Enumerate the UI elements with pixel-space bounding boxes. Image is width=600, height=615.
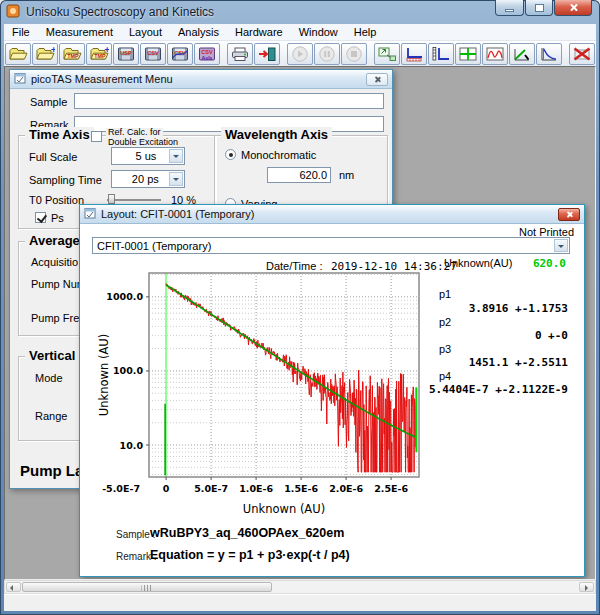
- save-csv-curve-button[interactable]: CSV: [167, 43, 193, 65]
- measurement-window-title: picoTAS Measurement Menu: [31, 73, 173, 85]
- slider-thumb[interactable]: [108, 194, 115, 204]
- pump-num-label: Pump Num: [31, 278, 86, 290]
- ps-checkbox-label: Ps: [51, 212, 64, 224]
- spectrum-view-button[interactable]: [482, 43, 508, 65]
- svg-text:1.0E-6: 1.0E-6: [239, 483, 273, 494]
- full-scale-label: Full Scale: [29, 151, 77, 163]
- chevron-down-icon[interactable]: [169, 172, 183, 186]
- measurement-close-button[interactable]: [366, 73, 388, 86]
- h-scrollbar[interactable]: [4, 580, 596, 594]
- full-scale-value: 5 us: [136, 150, 157, 162]
- sample-label: Sample: [30, 96, 67, 108]
- run-button[interactable]: [287, 43, 313, 65]
- grid-settings-button[interactable]: [455, 43, 481, 65]
- layout-close-button[interactable]: [558, 208, 580, 221]
- scroll-right-icon[interactable]: [579, 582, 594, 592]
- form-icon: [14, 72, 26, 86]
- toolbar: +TMPTMP+USPCSVCSVCSVAsIs: [4, 41, 596, 66]
- status-bar: [4, 594, 596, 611]
- measurement-window-titlebar[interactable]: picoTAS Measurement Menu: [10, 70, 392, 89]
- layout-window-titlebar[interactable]: Layout: CFIT-0001 (Temporary): [80, 205, 584, 224]
- open-data-button[interactable]: [5, 43, 31, 65]
- monochromatic-radio[interactable]: [225, 149, 236, 160]
- layout-window-title: Layout: CFIT-0001 (Temporary): [101, 208, 254, 220]
- param-value: 5.4404E-7 +-2.1122E-9: [429, 383, 568, 396]
- save-csv-asis-button[interactable]: CSVAsIs: [194, 43, 220, 65]
- svg-text:CSV: CSV: [147, 49, 159, 55]
- save-csv-button[interactable]: CSV: [140, 43, 166, 65]
- param-value: 0 +-0: [535, 329, 568, 342]
- svg-text:0: 0: [163, 483, 170, 494]
- decay-view-button[interactable]: [536, 43, 562, 65]
- svg-text:1.5E-6: 1.5E-6: [284, 483, 318, 494]
- svg-text:TMP: TMP: [67, 53, 79, 59]
- kinetics-view-button[interactable]: [509, 43, 535, 65]
- svg-text:10.0: 10.0: [120, 440, 144, 451]
- x-axis-settings-button[interactable]: [401, 43, 427, 65]
- param-value: 3.8916 +-1.1753: [469, 302, 568, 315]
- chevron-down-icon[interactable]: [169, 149, 183, 163]
- acquisition-label: Acquisitio: [31, 256, 78, 268]
- sampling-time-value: 20 ps: [132, 173, 159, 185]
- menu-measurement[interactable]: Measurement: [38, 25, 121, 39]
- vertical-heading: Vertical: [25, 348, 79, 363]
- svg-text:2.0E-6: 2.0E-6: [329, 483, 363, 494]
- signal-label: Unknown(AU): [444, 257, 512, 269]
- svg-text:+: +: [51, 46, 55, 55]
- layout-window: Layout: CFIT-0001 (Temporary) Not Printe…: [79, 204, 585, 577]
- window-title: Unisoku Spectroscopy and Kinetics: [26, 5, 214, 19]
- wavelength-unit-label: nm: [339, 169, 354, 181]
- y-axis-settings-button[interactable]: [428, 43, 454, 65]
- full-scale-combobox[interactable]: 5 us: [111, 147, 185, 165]
- mdi-area: picoTAS Measurement Menu Sample Remark T…: [4, 66, 596, 580]
- menu-analysis[interactable]: Analysis: [170, 25, 227, 39]
- form-icon: [84, 207, 96, 221]
- menu-layout[interactable]: Layout: [121, 25, 170, 39]
- maximize-button[interactable]: [525, 0, 553, 16]
- delete-trace-button[interactable]: [569, 43, 595, 65]
- ps-checkbox[interactable]: [35, 212, 46, 223]
- scroll-thumb[interactable]: [22, 582, 272, 592]
- scroll-left-icon[interactable]: [6, 582, 21, 592]
- menu-hardware[interactable]: Hardware: [227, 25, 291, 39]
- average-heading: Average: [25, 233, 84, 248]
- scroll-grip: [142, 585, 153, 591]
- minimize-button[interactable]: [495, 0, 524, 16]
- layout-window-body: Not Printed CFIT-0001 (Temporary) Date/T…: [80, 224, 584, 576]
- t0-position-label: T0 Position: [29, 194, 84, 206]
- t0-position-slider[interactable]: [107, 199, 161, 201]
- open-tmp-button[interactable]: TMP: [59, 43, 85, 65]
- pump-freq-label: Pump Fre: [31, 312, 79, 324]
- svg-text:Unknown (AU): Unknown (AU): [97, 334, 111, 416]
- range-label: Range: [35, 410, 67, 422]
- wavelength-input[interactable]: 620.0: [267, 167, 331, 183]
- open-add-data-button[interactable]: +: [32, 43, 58, 65]
- close-button[interactable]: [554, 0, 592, 16]
- pause-button[interactable]: [314, 43, 340, 65]
- svg-text:USP: USP: [120, 49, 132, 55]
- sampling-time-combobox[interactable]: 20 ps: [111, 170, 185, 188]
- sample-input[interactable]: [74, 93, 384, 109]
- svg-text:2.5E-6: 2.5E-6: [374, 483, 408, 494]
- svg-text:Unknown (AU): Unknown (AU): [243, 502, 325, 516]
- monochromatic-label: Monochromatic: [241, 149, 316, 161]
- stop-button[interactable]: [341, 43, 367, 65]
- save-usp-button[interactable]: USP: [113, 43, 139, 65]
- layout-export-button[interactable]: [374, 43, 400, 65]
- wavelength-axis-heading: Wavelength Axis: [221, 127, 332, 142]
- open-tmp-add-button[interactable]: TMP+: [86, 43, 112, 65]
- menu-window[interactable]: Window: [291, 25, 346, 39]
- layout-combobox[interactable]: CFIT-0001 (Temporary): [92, 237, 570, 254]
- svg-text:100.0: 100.0: [113, 365, 143, 376]
- fit-chart: -5.0E-705.0E-71.0E-61.5E-62.0E-62.5E-610…: [96, 262, 441, 527]
- menu-file[interactable]: File: [4, 25, 38, 39]
- print-button[interactable]: [227, 43, 253, 65]
- menu-help[interactable]: Help: [346, 25, 385, 39]
- chevron-down-icon[interactable]: [554, 239, 568, 252]
- mode-label: Mode: [35, 372, 63, 384]
- layout-combobox-value: CFIT-0001 (Temporary): [97, 240, 211, 252]
- title-bar[interactable]: Unisoku Spectroscopy and Kinetics: [0, 0, 600, 24]
- exit-button[interactable]: [254, 43, 280, 65]
- ref-calc-checkbox[interactable]: [91, 131, 102, 142]
- app-icon: [6, 4, 20, 20]
